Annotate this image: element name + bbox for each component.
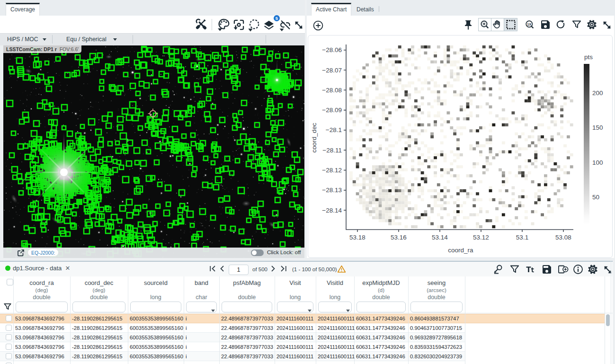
svg-text:−28.1: −28.1 <box>326 126 342 133</box>
svg-text:−28.06: −28.06 <box>322 46 342 53</box>
svg-text:−28.14: −28.14 <box>322 207 342 214</box>
svg-text:200: 200 <box>592 89 603 97</box>
svg-text:1X: 1X <box>527 22 531 27</box>
svg-text:−28.11: −28.11 <box>322 147 342 154</box>
svg-text:−28.13: −28.13 <box>322 186 342 194</box>
svg-text:53.1: 53.1 <box>516 234 528 241</box>
svg-text:150: 150 <box>592 124 603 131</box>
svg-text:50: 50 <box>592 194 599 201</box>
svg-text:53.14: 53.14 <box>432 234 448 241</box>
svg-text:53.18: 53.18 <box>349 234 365 241</box>
svg-text:−28.07: −28.07 <box>322 67 342 74</box>
svg-text:−28.09: −28.09 <box>322 107 342 114</box>
svg-text:−28.08: −28.08 <box>322 87 342 94</box>
svg-text:pts: pts <box>584 53 593 61</box>
svg-text:coord_dec: coord_dec <box>311 123 318 152</box>
svg-text:53.12: 53.12 <box>473 234 489 241</box>
svg-text:53.16: 53.16 <box>391 234 407 241</box>
svg-text:100: 100 <box>592 159 603 166</box>
svg-text:coord_ra: coord_ra <box>448 247 473 254</box>
svg-text:−28.12: −28.12 <box>322 167 342 174</box>
svg-text:53.08: 53.08 <box>555 234 571 241</box>
